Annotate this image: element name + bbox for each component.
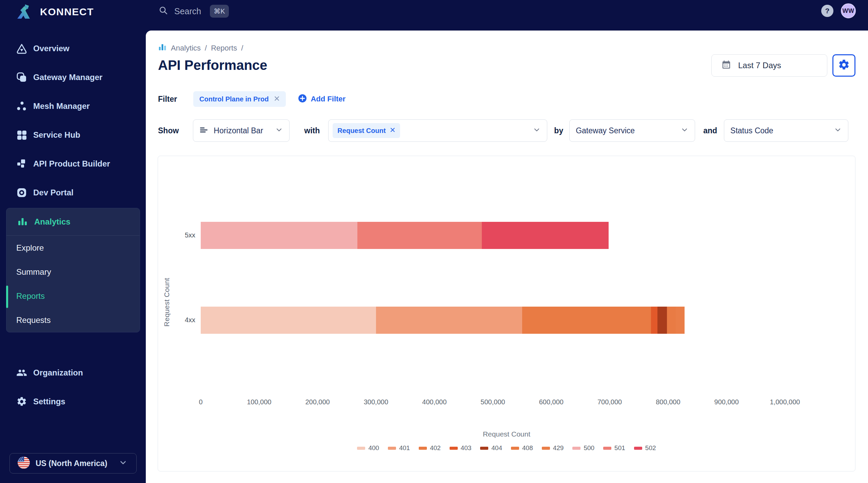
legend-label: 500 (584, 444, 594, 452)
sidebar-item-api-product-builder[interactable]: API Product Builder (0, 149, 146, 178)
metric-select[interactable]: Request Count (328, 119, 547, 142)
sidebar-item-mesh-manager[interactable]: Mesh Manager (0, 92, 146, 120)
sidebar-item-label: Dev Portal (33, 188, 74, 197)
secondary-group-by-select[interactable]: Status Code (724, 119, 848, 142)
legend-label: 402 (430, 444, 441, 452)
legend-swatch-400 (357, 447, 365, 450)
bar-segment-5xx-500[interactable] (201, 222, 357, 249)
close-icon[interactable] (390, 127, 395, 134)
sidebar-item-gateway-manager[interactable]: Gateway Manager (0, 63, 146, 92)
legend-swatch-429 (542, 447, 550, 450)
sidebar-item-settings[interactable]: Settings (0, 387, 146, 416)
breadcrumb-reports[interactable]: Reports (211, 44, 237, 53)
user-avatar[interactable]: WW (841, 3, 856, 18)
breadcrumb-separator: / (205, 44, 207, 53)
x-tick-100000: 100,000 (235, 398, 283, 406)
report-settings-button[interactable] (832, 54, 855, 77)
date-range-button[interactable]: Last 7 Days (711, 54, 827, 77)
legend-item-400[interactable]: 400 (357, 444, 379, 452)
metric-chip-label: Request Count (337, 127, 386, 135)
legend: 400401402403404408429500501502 (158, 444, 855, 452)
breadcrumb-analytics[interactable]: Analytics (171, 44, 201, 53)
legend-item-502[interactable]: 502 (634, 444, 656, 452)
breadcrumb: Analytics / Reports / (158, 43, 243, 54)
sidebar-item-organization[interactable]: Organization (0, 358, 146, 387)
bar-segment-4xx-400[interactable] (201, 307, 376, 334)
x-tick-600000: 600,000 (528, 398, 575, 406)
with-label: with (304, 126, 320, 135)
active-indicator (6, 286, 8, 308)
category-label-4xx: 4xx (166, 316, 195, 324)
legend-item-401[interactable]: 401 (388, 444, 410, 452)
group-by-select[interactable]: Gateway Service (569, 119, 695, 142)
x-tick-900000: 900,000 (703, 398, 750, 406)
bar-segment-4xx-403[interactable] (651, 307, 657, 334)
bar-segment-4xx-404[interactable] (657, 307, 667, 334)
sidebar-item-label: API Product Builder (33, 159, 110, 169)
bar-segment-4xx-429[interactable] (676, 307, 685, 334)
legend-item-402[interactable]: 402 (419, 444, 441, 452)
sidebar-item-label: Overview (33, 44, 70, 53)
bar-segment-4xx-402[interactable] (522, 307, 651, 334)
chart-controls-row: Show Horizontal Bar with Request Count (158, 119, 848, 142)
legend-item-501[interactable]: 501 (603, 444, 625, 452)
and-label: and (703, 126, 717, 135)
legend-item-500[interactable]: 500 (572, 444, 594, 452)
add-filter-button[interactable]: Add Filter (298, 94, 346, 104)
region-selector[interactable]: US (North America) (9, 453, 137, 474)
search-icon (159, 6, 168, 17)
close-icon[interactable] (274, 96, 280, 103)
bar-row-4xx (201, 307, 685, 334)
plus-circle-icon (298, 94, 307, 104)
legend-title: Request Count (158, 430, 855, 438)
legend-label: 408 (522, 444, 533, 452)
bar-segment-4xx-401[interactable] (376, 307, 522, 334)
sidebar-item-reports[interactable]: Reports (6, 284, 140, 308)
by-label: by (554, 126, 563, 135)
legend-swatch-408 (511, 447, 519, 450)
bar-segment-4xx-408[interactable] (667, 307, 676, 334)
bar-segment-5xx-502[interactable] (482, 222, 609, 249)
legend-swatch-500 (572, 447, 580, 450)
sidebar-item-explore[interactable]: Explore (6, 236, 140, 260)
x-tick-500000: 500,000 (469, 398, 517, 406)
legend-swatch-501 (603, 447, 611, 450)
sidebar-item-dev-portal[interactable]: Dev Portal (0, 178, 146, 207)
legend-item-429[interactable]: 429 (542, 444, 564, 452)
legend-item-404[interactable]: 404 (480, 444, 502, 452)
metric-chip[interactable]: Request Count (333, 123, 400, 138)
page-title: API Performance (158, 58, 267, 73)
legend-swatch-401 (388, 447, 396, 450)
filter-chip-label: Control Plane in Prod (199, 95, 269, 103)
help-button[interactable]: ? (821, 5, 833, 17)
legend-label: 403 (461, 444, 472, 452)
chevron-down-icon (119, 458, 127, 468)
x-tick-700000: 700,000 (586, 398, 633, 406)
logo-text: KONNECT (40, 6, 94, 18)
logo[interactable]: KONNECT (15, 2, 94, 21)
analytics-icon (17, 216, 28, 227)
filter-label: Filter (158, 95, 193, 104)
legend-label: 502 (645, 444, 656, 452)
chart-type-select[interactable]: Horizontal Bar (193, 119, 290, 142)
legend-item-408[interactable]: 408 (511, 444, 533, 452)
filter-chip[interactable]: Control Plane in Prod (193, 91, 286, 107)
x-tick-200000: 200,000 (294, 398, 341, 406)
sidebar-item-requests[interactable]: Requests (6, 308, 140, 332)
sidebar-item-service-hub[interactable]: Service Hub (0, 120, 146, 149)
legend-swatch-402 (419, 447, 427, 450)
sidebar-item-analytics[interactable]: Analytics (6, 208, 140, 236)
group-by-value: Gateway Service (576, 126, 635, 135)
x-tick-1000000: 1,000,000 (761, 398, 809, 406)
search-input[interactable]: Search ⌘K (159, 3, 229, 19)
sidebar-item-overview[interactable]: Overview (0, 34, 146, 63)
breadcrumb-separator: / (241, 44, 243, 53)
horizontal-bars-icon (199, 125, 208, 136)
legend-item-403[interactable]: 403 (450, 444, 472, 452)
sidebar-item-summary[interactable]: Summary (6, 260, 140, 284)
chart-type-value: Horizontal Bar (214, 126, 263, 135)
bar-segment-5xx-501[interactable] (357, 222, 482, 249)
legend-label: 400 (368, 444, 379, 452)
x-tick-0: 0 (177, 398, 224, 406)
chevron-down-icon (533, 126, 541, 135)
